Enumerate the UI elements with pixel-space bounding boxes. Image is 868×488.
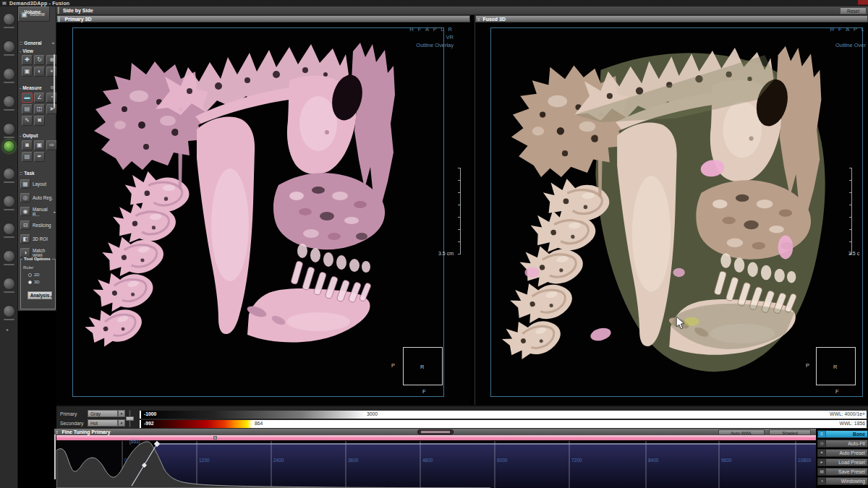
scale-ruler (455, 168, 461, 254)
task-layout[interactable]: ▦Layout (20, 178, 56, 190)
pointer-tool-button[interactable]: ➤ (46, 104, 57, 114)
windowing-label: Windowing (841, 479, 865, 484)
load-preset-button[interactable]: ▸Load Preset (817, 458, 868, 466)
dock-tool-icon[interactable] (3, 223, 15, 235)
orientation-tool-button[interactable]: ▣ (22, 67, 33, 77)
primary-colormap-arrow-icon[interactable]: ▼ (118, 410, 125, 417)
dock-more-icon[interactable]: ▸ (7, 327, 9, 332)
ruler-icon: ▬ (25, 94, 30, 100)
radio-2d-label: 2D (34, 273, 40, 277)
opacity-band[interactable] (56, 435, 816, 440)
dock-tool-icon[interactable] (3, 278, 15, 290)
dock-tool-icon[interactable] (3, 68, 15, 80)
auto-preset-icon: ✦ (818, 450, 826, 456)
angle-tool-button[interactable]: ∠ (34, 93, 45, 103)
section-output: -Output (20, 132, 55, 139)
tool-options-panel: Tool Options Ruler 2D 3D Analysis▾ (20, 259, 56, 309)
primary-volume-render (72, 22, 405, 384)
histogram[interactable] (56, 435, 816, 488)
radio-2d[interactable]: 2D (28, 273, 40, 277)
primary-3d-header[interactable]: ▎ Primary 3D (56, 15, 470, 22)
auto-preset-button[interactable]: ✦Auto Preset (817, 449, 868, 457)
print-button[interactable]: ▤ (22, 152, 33, 162)
dock-tool-icon[interactable] (3, 305, 15, 317)
expand-icon[interactable]: » (52, 40, 54, 46)
task-3d-roi[interactable]: ◧3D ROI (20, 233, 56, 245)
pan-tool-button[interactable]: ✚ (22, 55, 33, 65)
dock-tool-icon[interactable] (3, 123, 15, 135)
report-button[interactable]: ✒ (34, 152, 45, 162)
dock-tool-icon[interactable] (3, 195, 15, 207)
dock-tool-icon[interactable] (3, 250, 15, 262)
dock-tool-icon[interactable] (3, 168, 15, 180)
primary-3d-viewport[interactable]: H F A P L R VR Outline Overlay 3.5 cm P … (56, 22, 470, 405)
primary-3d-title: Primary 3D (65, 17, 92, 22)
analysis-button-label: Analysis (30, 293, 50, 298)
dock-tool-icon[interactable] (3, 13, 15, 25)
layout-tab[interactable]: Side by Side (63, 7, 93, 15)
primary-min-value: -1000 (144, 411, 156, 416)
tool-dock: ▸ (0, 7, 18, 488)
task-manual-reg[interactable]: ◉Manual R...▸ (20, 205, 56, 218)
dock-tool-icon[interactable] (3, 40, 15, 53)
shaded-button[interactable]: Shaded (769, 429, 811, 435)
protractor-tool-button[interactable]: ◔ (46, 93, 57, 103)
window-level-tool-button[interactable]: ◐ (34, 67, 45, 77)
axis-tick: 0 (124, 458, 127, 463)
fused-volume-render (483, 22, 830, 391)
bone-preset-icon: ≡ (818, 431, 826, 437)
radio-3d[interactable]: 3D (28, 280, 40, 284)
dock-tool-icon[interactable] (3, 95, 15, 108)
layout-icon: ▦ (20, 179, 30, 189)
pan-icon: ✚ (25, 56, 30, 63)
axis-tick: 8400 (648, 458, 658, 463)
annotate-tool-button[interactable]: ✎ (22, 116, 33, 126)
rotate-tool-button[interactable]: ↻ (34, 55, 45, 65)
analysis-button[interactable]: Analysis▾ (27, 291, 52, 299)
task-reslicing[interactable]: ⊟Reslicing (20, 219, 56, 231)
opacity-band-marker[interactable] (213, 436, 217, 440)
reset-button[interactable]: Reset (840, 7, 867, 14)
secondary-colormap-select[interactable]: Hot (88, 419, 118, 427)
zoom-tool-button[interactable]: ⊕ (46, 55, 57, 65)
primary-colormap-select[interactable]: Gray (88, 410, 118, 417)
task-auto-reg[interactable]: ◎Auto Reg. (20, 192, 56, 204)
tool-options-title: Tool Options (22, 257, 52, 261)
viewport-divider (470, 15, 475, 405)
volume-measure-tool-button[interactable]: ◫ (34, 104, 45, 114)
secondary-colormap-arrow-icon[interactable]: ▼ (118, 419, 125, 427)
sidebar-scrollbar[interactable] (54, 54, 55, 108)
save-preset-icon: ▤ (818, 468, 826, 475)
close-button[interactable] (858, 0, 868, 5)
section-measure-title: Measure (22, 85, 41, 90)
ruler-tool-button[interactable]: ▬ (22, 93, 33, 103)
auto-reg-icon: ◎ (20, 193, 30, 202)
export-button[interactable]: ⇨ (46, 140, 57, 150)
windowing-button[interactable]: ◑Windowing (817, 477, 868, 485)
copy-frame-button[interactable]: ▣ (34, 140, 45, 150)
orientation-p: P (806, 362, 809, 369)
roi-icon: ◧ (20, 234, 30, 244)
dock-tool-label (4, 137, 14, 138)
snapshot-button[interactable]: ◙ (22, 140, 33, 150)
fused-3d-header[interactable]: ≡ Fused 3D (475, 15, 868, 22)
section-general[interactable]: ::General» (20, 40, 55, 46)
section-volume-title: Volume (24, 9, 41, 14)
secondary-colormap-bar[interactable]: -992 864 WWL: 1856 (140, 420, 867, 428)
bone-preset-button[interactable]: ≡Bone (817, 430, 868, 438)
area-tool-button[interactable]: ▤ (22, 104, 33, 114)
render-mode-label: VR (446, 33, 454, 41)
blend-slider-handle[interactable] (126, 416, 134, 421)
target-tool-button[interactable]: ⌖ (46, 67, 57, 77)
scale-label: 3.5 c (848, 251, 859, 256)
dock-tool-icon-active[interactable] (3, 140, 15, 153)
auto-wwl-button[interactable]: Auto WWL (718, 429, 765, 435)
delete-measure-button[interactable]: ✖ (34, 116, 45, 126)
save-preset-button[interactable]: ▤Save Preset (817, 468, 868, 476)
volume-measure-icon: ◫ (37, 106, 43, 112)
primary-colormap-bar[interactable]: -1000 3000 WWL: 4000/1e+ (140, 411, 867, 419)
drag-handle[interactable] (417, 429, 454, 435)
auto-fit-button[interactable]: ◎Auto-Fit (817, 440, 868, 448)
axis-tick: 4800 (422, 458, 433, 463)
fused-3d-viewport[interactable]: H F A P L Outline Over 3.5 c P R F (475, 22, 868, 405)
